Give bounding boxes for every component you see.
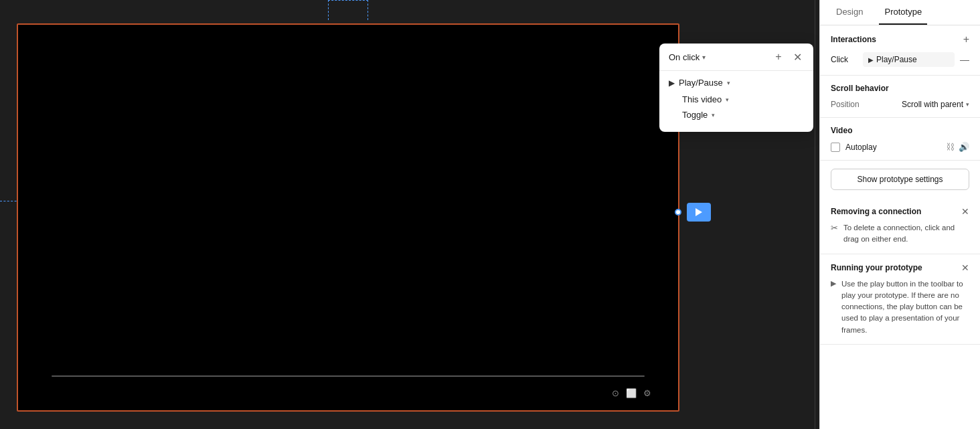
onclick-popup: On click ▾ + ✕ ▶ Play/Pause ▾ This video… xyxy=(659,44,813,132)
scroll-position-text: Scroll with parent xyxy=(902,100,963,109)
interactions-section: Interactions + Click ▶ Play/Pause — xyxy=(820,25,980,76)
autoplay-checkbox[interactable] xyxy=(831,143,840,152)
running-prototype-content: ▶ Use the play button in the toolbar to … xyxy=(831,278,969,336)
removing-connection-header: Removing a connection ✕ xyxy=(831,206,969,217)
canvas-divider xyxy=(815,0,815,429)
show-prototype-settings-button[interactable]: Show prototype settings xyxy=(831,169,969,190)
popup-header-actions: + ✕ xyxy=(772,50,804,64)
popup-toggle-row: Toggle ▾ xyxy=(669,110,804,120)
tab-prototype[interactable]: Prototype xyxy=(879,0,927,25)
popup-trigger[interactable]: On click ▾ xyxy=(669,52,706,62)
removing-connection-content: ✂ To delete a connection, click and drag… xyxy=(831,222,969,246)
interaction-action[interactable]: ▶ Play/Pause xyxy=(863,52,955,67)
removing-connection-close[interactable]: ✕ xyxy=(961,206,969,217)
scroll-position-value[interactable]: Scroll with parent ▾ xyxy=(902,100,969,109)
video-control-size[interactable]: ⬜ xyxy=(626,388,637,398)
panel-tabs: Design Prototype xyxy=(820,0,980,25)
popup-toggle-label[interactable]: Toggle xyxy=(682,110,708,120)
running-prototype-text: Use the play button in the toolbar to pl… xyxy=(841,278,969,336)
right-panel: Design Prototype Interactions + Click ▶ … xyxy=(819,0,980,429)
scroll-position-label: Position xyxy=(831,100,860,109)
interactions-section-header: Interactions + xyxy=(831,33,969,46)
connection-dot[interactable] xyxy=(675,209,681,216)
popup-target-row: This video ▾ xyxy=(669,94,804,104)
autoplay-left: Autoplay xyxy=(831,143,877,152)
scroll-behavior-section: Scroll behavior Position Scroll with par… xyxy=(820,76,980,118)
scroll-position-row: Position Scroll with parent ▾ xyxy=(831,100,969,109)
autoplay-label: Autoplay xyxy=(845,143,877,152)
popup-trigger-label: On click xyxy=(669,52,700,62)
canvas-top-hint xyxy=(328,0,368,20)
video-section-title: Video xyxy=(831,126,969,135)
interaction-trigger: Click xyxy=(831,55,858,64)
canvas-area: ⊙ ⬜ ⚙ On click ▾ + ✕ ▶ Play/Pause ▾ xyxy=(0,0,819,429)
autoplay-icons: ⛓ 🔊 xyxy=(946,142,969,152)
popup-target-label[interactable]: This video xyxy=(682,94,722,104)
interactions-add-button[interactable]: + xyxy=(963,33,969,46)
running-prototype-icon: ▶ xyxy=(831,279,836,288)
running-prototype-section: Running your prototype ✕ ▶ Use the play … xyxy=(820,254,980,345)
popup-close-button[interactable]: ✕ xyxy=(791,50,804,64)
interaction-action-label: Play/Pause xyxy=(876,55,917,64)
interaction-row: Click ▶ Play/Pause — xyxy=(831,52,969,67)
running-prototype-title: Running your prototype xyxy=(831,263,922,272)
autoplay-sound-icon[interactable]: 🔊 xyxy=(959,142,969,152)
video-section: Video Autoplay ⛓ 🔊 xyxy=(820,118,980,161)
running-prototype-close[interactable]: ✕ xyxy=(961,262,969,273)
removing-connection-title: Removing a connection xyxy=(831,207,921,216)
popup-play-icon: ▶ xyxy=(669,78,675,88)
autoplay-row: Autoplay ⛓ 🔊 xyxy=(831,142,969,152)
removing-connection-text: To delete a connection, click and drag o… xyxy=(843,222,969,246)
scroll-position-chevron: ▾ xyxy=(966,101,969,108)
video-controls: ⊙ ⬜ ⚙ xyxy=(612,388,651,398)
popup-action-row: ▶ Play/Pause ▾ xyxy=(669,78,804,88)
video-frame: ⊙ ⬜ ⚙ xyxy=(17,23,679,412)
play-icon xyxy=(695,208,703,216)
scroll-behavior-header: Scroll behavior xyxy=(831,84,969,93)
popup-toggle-chevron: ▾ xyxy=(712,112,715,118)
removing-connection-section: Removing a connection ✕ ✂ To delete a co… xyxy=(820,198,980,254)
popup-action-label[interactable]: Play/Pause xyxy=(679,78,723,88)
svg-marker-0 xyxy=(696,208,702,216)
popup-body: ▶ Play/Pause ▾ This video ▾ Toggle ▾ xyxy=(659,71,813,132)
popup-header: On click ▾ + ✕ xyxy=(659,44,813,71)
popup-trigger-chevron: ▾ xyxy=(702,54,706,61)
running-prototype-header: Running your prototype ✕ xyxy=(831,262,969,273)
video-progress-bar[interactable] xyxy=(52,375,645,377)
connection-button[interactable] xyxy=(687,203,711,222)
video-control-settings[interactable]: ⚙ xyxy=(643,388,651,398)
popup-add-button[interactable]: + xyxy=(772,50,785,64)
tab-design[interactable]: Design xyxy=(831,0,868,25)
interaction-remove-button[interactable]: — xyxy=(960,54,969,65)
popup-target-chevron: ▾ xyxy=(726,96,729,103)
video-control-toggle[interactable]: ⊙ xyxy=(612,388,619,398)
removing-connection-icon: ✂ xyxy=(831,223,838,233)
popup-action-chevron: ▾ xyxy=(727,80,730,86)
interactions-title: Interactions xyxy=(831,35,876,44)
interaction-action-icon: ▶ xyxy=(868,56,874,64)
scroll-behavior-title: Scroll behavior xyxy=(831,84,889,93)
autoplay-link-icon[interactable]: ⛓ xyxy=(946,142,955,152)
